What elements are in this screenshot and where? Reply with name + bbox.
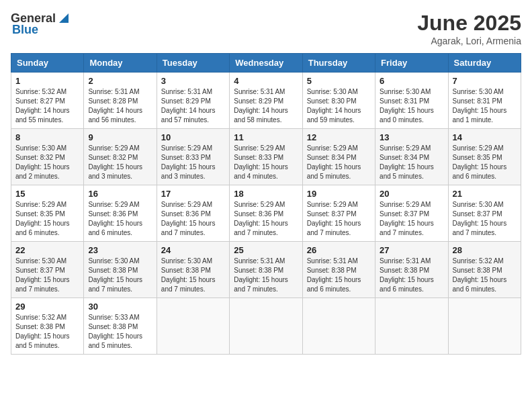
calendar-week-row: 8Sunrise: 5:30 AMSunset: 8:32 PMDaylight…	[11, 129, 521, 185]
day-number: 28	[453, 245, 517, 255]
calendar-cell: 14Sunrise: 5:29 AMSunset: 8:35 PMDayligh…	[448, 129, 521, 185]
day-number: 25	[234, 245, 298, 255]
calendar-cell: 12Sunrise: 5:29 AMSunset: 8:34 PMDayligh…	[302, 129, 375, 185]
day-info: Sunrise: 5:30 AMSunset: 8:38 PMDaylight:…	[161, 257, 225, 294]
calendar-cell	[230, 298, 302, 355]
day-number: 26	[307, 245, 371, 255]
calendar-cell	[302, 298, 375, 355]
day-info: Sunrise: 5:30 AMSunset: 8:31 PMDaylight:…	[453, 87, 517, 125]
calendar-cell: 3Sunrise: 5:31 AMSunset: 8:29 PMDaylight…	[157, 73, 229, 129]
day-info: Sunrise: 5:29 AMSunset: 8:37 PMDaylight:…	[307, 200, 371, 238]
calendar-cell: 18Sunrise: 5:29 AMSunset: 8:36 PMDayligh…	[230, 185, 302, 242]
calendar-week-row: 1Sunrise: 5:32 AMSunset: 8:27 PMDaylight…	[11, 73, 521, 129]
day-number: 15	[15, 189, 79, 199]
day-number: 27	[380, 245, 443, 255]
calendar-table: SundayMondayTuesdayWednesdayThursdayFrid…	[11, 53, 521, 355]
day-number: 24	[161, 245, 225, 255]
calendar-cell: 8Sunrise: 5:30 AMSunset: 8:32 PMDaylight…	[11, 129, 84, 185]
calendar-cell: 24Sunrise: 5:30 AMSunset: 8:38 PMDayligh…	[157, 242, 229, 298]
day-number: 18	[234, 189, 298, 199]
page-header: General Blue June 2025 Agarak, Lori, Arm…	[11, 11, 521, 46]
day-info: Sunrise: 5:32 AMSunset: 8:27 PMDaylight:…	[15, 87, 79, 125]
svg-marker-0	[59, 13, 69, 23]
day-number: 9	[88, 132, 152, 142]
day-number: 13	[380, 132, 443, 142]
calendar-cell: 5Sunrise: 5:30 AMSunset: 8:30 PMDaylight…	[302, 73, 375, 129]
calendar-cell: 21Sunrise: 5:30 AMSunset: 8:37 PMDayligh…	[448, 185, 521, 242]
calendar-cell: 7Sunrise: 5:30 AMSunset: 8:31 PMDaylight…	[448, 73, 521, 129]
day-info: Sunrise: 5:29 AMSunset: 8:37 PMDaylight:…	[380, 200, 443, 238]
day-number: 14	[453, 132, 517, 142]
calendar-cell: 27Sunrise: 5:31 AMSunset: 8:38 PMDayligh…	[375, 242, 448, 298]
day-info: Sunrise: 5:31 AMSunset: 8:28 PMDaylight:…	[88, 87, 152, 125]
day-number: 4	[234, 76, 298, 86]
day-number: 19	[307, 189, 371, 199]
calendar-cell: 28Sunrise: 5:32 AMSunset: 8:38 PMDayligh…	[448, 242, 521, 298]
calendar-cell: 9Sunrise: 5:29 AMSunset: 8:32 PMDaylight…	[84, 129, 157, 185]
day-number: 17	[161, 189, 225, 199]
day-number: 11	[234, 132, 298, 142]
calendar-cell: 15Sunrise: 5:29 AMSunset: 8:35 PMDayligh…	[11, 185, 84, 242]
day-info: Sunrise: 5:29 AMSunset: 8:33 PMDaylight:…	[234, 144, 298, 181]
weekday-header-tuesday: Tuesday	[157, 54, 229, 73]
day-info: Sunrise: 5:31 AMSunset: 8:38 PMDaylight:…	[380, 257, 443, 294]
weekday-header-saturday: Saturday	[448, 54, 521, 73]
calendar-cell: 29Sunrise: 5:32 AMSunset: 8:38 PMDayligh…	[11, 298, 84, 355]
logo-blue-text: Blue	[11, 23, 38, 37]
day-number: 6	[380, 76, 443, 86]
calendar-cell: 11Sunrise: 5:29 AMSunset: 8:33 PMDayligh…	[230, 129, 302, 185]
day-info: Sunrise: 5:29 AMSunset: 8:36 PMDaylight:…	[161, 200, 225, 238]
calendar-cell: 4Sunrise: 5:31 AMSunset: 8:29 PMDaylight…	[230, 73, 302, 129]
day-info: Sunrise: 5:30 AMSunset: 8:37 PMDaylight:…	[15, 257, 79, 294]
day-info: Sunrise: 5:30 AMSunset: 8:37 PMDaylight:…	[453, 200, 517, 238]
logo-icon	[56, 11, 71, 26]
calendar-cell	[448, 298, 521, 355]
calendar-cell: 26Sunrise: 5:31 AMSunset: 8:38 PMDayligh…	[302, 242, 375, 298]
day-info: Sunrise: 5:33 AMSunset: 8:38 PMDaylight:…	[88, 313, 152, 351]
day-info: Sunrise: 5:31 AMSunset: 8:29 PMDaylight:…	[161, 87, 225, 125]
calendar-cell	[375, 298, 448, 355]
day-number: 8	[15, 132, 79, 142]
day-number: 16	[88, 189, 152, 199]
day-number: 22	[15, 245, 79, 255]
day-info: Sunrise: 5:29 AMSunset: 8:32 PMDaylight:…	[88, 144, 152, 181]
weekday-header-row: SundayMondayTuesdayWednesdayThursdayFrid…	[11, 54, 521, 73]
weekday-header-wednesday: Wednesday	[230, 54, 302, 73]
calendar-week-row: 15Sunrise: 5:29 AMSunset: 8:35 PMDayligh…	[11, 185, 521, 242]
day-number: 20	[380, 189, 443, 199]
day-info: Sunrise: 5:29 AMSunset: 8:35 PMDaylight:…	[453, 144, 517, 181]
day-info: Sunrise: 5:30 AMSunset: 8:30 PMDaylight:…	[307, 87, 371, 125]
day-info: Sunrise: 5:30 AMSunset: 8:38 PMDaylight:…	[88, 257, 152, 294]
day-number: 1	[15, 76, 79, 86]
location-title: Agarak, Lori, Armenia	[417, 36, 521, 46]
day-number: 21	[453, 189, 517, 199]
calendar-cell: 10Sunrise: 5:29 AMSunset: 8:33 PMDayligh…	[157, 129, 229, 185]
calendar-cell: 30Sunrise: 5:33 AMSunset: 8:38 PMDayligh…	[84, 298, 157, 355]
day-info: Sunrise: 5:29 AMSunset: 8:36 PMDaylight:…	[234, 200, 298, 238]
day-number: 12	[307, 132, 371, 142]
day-number: 5	[307, 76, 371, 86]
day-info: Sunrise: 5:29 AMSunset: 8:35 PMDaylight:…	[15, 200, 79, 238]
calendar-cell: 20Sunrise: 5:29 AMSunset: 8:37 PMDayligh…	[375, 185, 448, 242]
day-number: 29	[15, 302, 79, 312]
day-info: Sunrise: 5:29 AMSunset: 8:33 PMDaylight:…	[161, 144, 225, 181]
weekday-header-sunday: Sunday	[11, 54, 84, 73]
day-info: Sunrise: 5:31 AMSunset: 8:38 PMDaylight:…	[307, 257, 371, 294]
logo: General Blue	[11, 11, 72, 37]
weekday-header-thursday: Thursday	[302, 54, 375, 73]
calendar-cell: 17Sunrise: 5:29 AMSunset: 8:36 PMDayligh…	[157, 185, 229, 242]
day-info: Sunrise: 5:31 AMSunset: 8:38 PMDaylight:…	[234, 257, 298, 294]
calendar-cell: 13Sunrise: 5:29 AMSunset: 8:34 PMDayligh…	[375, 129, 448, 185]
day-info: Sunrise: 5:29 AMSunset: 8:34 PMDaylight:…	[307, 144, 371, 181]
day-number: 10	[161, 132, 225, 142]
day-number: 30	[88, 302, 152, 312]
day-number: 7	[453, 76, 517, 86]
calendar-cell: 22Sunrise: 5:30 AMSunset: 8:37 PMDayligh…	[11, 242, 84, 298]
day-number: 2	[88, 76, 152, 86]
day-number: 3	[161, 76, 225, 86]
calendar-cell: 2Sunrise: 5:31 AMSunset: 8:28 PMDaylight…	[84, 73, 157, 129]
calendar-week-row: 29Sunrise: 5:32 AMSunset: 8:38 PMDayligh…	[11, 298, 521, 355]
day-info: Sunrise: 5:29 AMSunset: 8:36 PMDaylight:…	[88, 200, 152, 238]
day-info: Sunrise: 5:30 AMSunset: 8:31 PMDaylight:…	[380, 87, 443, 125]
day-info: Sunrise: 5:31 AMSunset: 8:29 PMDaylight:…	[234, 87, 298, 125]
